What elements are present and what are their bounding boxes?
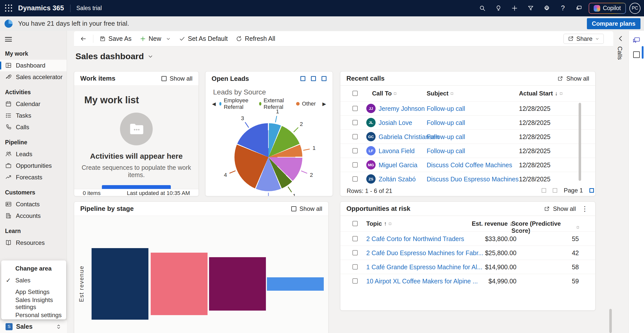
call-to-link[interactable]: Lavona Field	[379, 147, 415, 155]
chart-view-toggle-icon[interactable]	[321, 76, 327, 81]
subject-link[interactable]: Follow-up call	[427, 133, 465, 141]
next-page-icon[interactable]	[589, 188, 594, 193]
call-to-link[interactable]: Zoltán Szabó	[379, 176, 416, 183]
row-checkbox[interactable]	[352, 236, 358, 241]
sidebar-item-sales-accelerator[interactable]: Sales accelerator	[0, 71, 67, 83]
refresh-all-button[interactable]: Refresh All	[232, 33, 279, 44]
call-row[interactable]: JLJosiah LoveFollow-up call12/28/2025	[340, 115, 595, 129]
opportunity-row[interactable]: 2 Café Duo Espresso Machines for Fabr...…	[340, 246, 595, 260]
user-avatar[interactable]: PC	[629, 3, 640, 14]
sidebar-item-resources[interactable]: Resources	[0, 237, 67, 249]
pipeline-chart[interactable]: Est revenue Pipeline Phase	[74, 216, 328, 333]
row-checkbox[interactable]	[352, 148, 358, 153]
subject-link[interactable]: Discuss Cold Coffee Machines	[427, 161, 512, 169]
back-button[interactable]	[74, 33, 91, 44]
copilot-button[interactable]: Copilot	[589, 3, 626, 14]
call-row[interactable]: ZSZoltán SzabóDiscuss Duo Espresso Machi…	[340, 172, 595, 186]
main-scrollbar[interactable]	[609, 309, 612, 333]
recent-calls-show-all[interactable]: Show all	[557, 75, 589, 82]
dashboard-selector[interactable]: Sales dashboard	[75, 51, 153, 61]
subject-link[interactable]: Follow-up call	[427, 119, 465, 126]
set-as-default-button[interactable]: Set As Default	[175, 33, 232, 44]
pipeline-show-all[interactable]: Show all	[291, 205, 322, 212]
call-row[interactable]: MGMiguel GarciaDiscuss Cold Coffee Machi…	[340, 158, 595, 172]
leads-pie-chart[interactable]: 12121243	[206, 107, 333, 195]
search-icon[interactable]	[476, 2, 489, 15]
column-header-call-to[interactable]: Call To	[372, 90, 396, 97]
share-button[interactable]: Share	[564, 34, 604, 44]
save-as-button[interactable]: Save As	[95, 33, 136, 44]
sidebar-item-opportunities[interactable]: Opportunities	[0, 160, 67, 172]
prev-page-icon[interactable]	[553, 188, 557, 193]
chart-view-toggle-icon[interactable]	[300, 76, 305, 81]
sidebar-item-calls[interactable]: Calls	[0, 121, 67, 133]
topic-link[interactable]: 10 Airpot XL Coffee Makers for Alpine ..…	[366, 278, 478, 285]
expand-pane-chevron-icon[interactable]	[617, 35, 624, 42]
quick-create-plus-icon[interactable]	[508, 2, 521, 15]
feedback-chat-icon[interactable]	[573, 2, 585, 15]
lightbulb-icon[interactable]	[492, 2, 505, 15]
row-checkbox[interactable]	[352, 176, 358, 182]
change-area-option-personal-settings[interactable]: Personal settings	[1, 309, 66, 321]
filter-icon[interactable]	[524, 2, 537, 15]
row-checkbox[interactable]	[352, 162, 358, 168]
legend-next-icon[interactable]: ▶	[322, 101, 326, 107]
row-checkbox[interactable]	[352, 106, 358, 111]
subject-link[interactable]: Discuss Duo Espresso Machines	[427, 176, 518, 183]
row-checkbox[interactable]	[352, 134, 358, 139]
work-items-show-all[interactable]: Show all	[162, 75, 192, 82]
sidebar-item-accounts[interactable]: Accounts	[0, 210, 67, 222]
column-header-actual-start[interactable]: Actual Start↓	[519, 90, 562, 97]
row-checkbox[interactable]	[352, 250, 358, 255]
sidebar-item-leads[interactable]: Leads	[0, 148, 67, 160]
rail-scrollbar[interactable]	[642, 46, 643, 59]
legend-prev-icon[interactable]: ◀	[212, 101, 216, 107]
pipeline-bar[interactable]	[151, 253, 208, 315]
call-to-link[interactable]: Josiah Love	[379, 119, 412, 126]
hamburger-menu-icon[interactable]	[0, 31, 67, 44]
chart-view-toggle-icon[interactable]	[311, 76, 316, 81]
compare-plans-button[interactable]: Compare plans	[587, 18, 640, 29]
topic-link[interactable]: 2 Café Duo Espresso Machines for Fabr...	[366, 249, 484, 257]
call-row[interactable]: JJJeremy JohnsonFollow-up call12/28/2025	[340, 101, 595, 115]
sidebar-item-dashboard[interactable]: Dashboard	[0, 60, 67, 71]
change-area-option-sales-insights-settings[interactable]: Sales Insights settings	[1, 298, 66, 309]
subject-link[interactable]: Follow-up call	[427, 147, 465, 155]
subject-link[interactable]: Follow-up call	[427, 105, 465, 112]
opportunity-row[interactable]: 2 Café Corto for Northwind Traders$33,80…	[340, 231, 595, 246]
call-row[interactable]: GCGabriela ChristiansenFollow-up call12/…	[340, 129, 595, 144]
select-all-checkbox[interactable]	[352, 221, 358, 226]
column-header-subject[interactable]: Subject	[427, 90, 453, 97]
call-to-link[interactable]: Jeremy Johnson	[379, 105, 425, 112]
more-options-kebab-icon[interactable]: ⋮	[580, 205, 589, 213]
row-checkbox[interactable]	[352, 264, 358, 270]
calls-pane-tab[interactable]: Calls	[616, 46, 623, 60]
call-row[interactable]: LFLavona FieldFollow-up call12/28/2025	[340, 144, 595, 158]
opportunities-show-all[interactable]: Show all	[544, 205, 576, 212]
teams-chat-icon[interactable]	[632, 36, 641, 45]
opportunity-row[interactable]: 10 Airpot XL Coffee Makers for Alpine ..…	[340, 274, 595, 288]
change-area-option-app-settings[interactable]: App Settings	[1, 286, 66, 298]
row-checkbox[interactable]	[352, 278, 358, 284]
change-area-option-sales[interactable]: ✓ Sales	[1, 275, 66, 286]
pipeline-bar[interactable]	[209, 257, 266, 311]
first-page-icon[interactable]	[542, 188, 546, 193]
pipeline-bar[interactable]	[267, 277, 324, 291]
sidebar-item-contacts[interactable]: Contacts	[0, 198, 67, 210]
sidebar-item-forecasts[interactable]: Forecasts	[0, 172, 67, 183]
help-icon[interactable]: ?	[556, 2, 569, 15]
table-scrollbar[interactable]	[579, 103, 581, 181]
select-all-checkbox[interactable]	[352, 91, 358, 96]
column-header-topic[interactable]: Topic↑	[366, 220, 391, 227]
area-switcher[interactable]: S Sales	[0, 320, 67, 333]
sidebar-item-tasks[interactable]: Tasks	[0, 110, 67, 121]
widget-square-icon[interactable]	[633, 51, 640, 58]
settings-gear-icon[interactable]	[540, 2, 553, 15]
sidebar-item-calendar[interactable]: Calendar	[0, 98, 67, 110]
opportunity-row[interactable]: 1 Café Grande Espresso Machine for Al...…	[340, 260, 595, 274]
pipeline-bar[interactable]	[92, 248, 148, 320]
row-checkbox[interactable]	[352, 120, 358, 125]
topic-link[interactable]: 1 Café Grande Espresso Machine for Al...	[366, 263, 482, 271]
column-header-est-revenue[interactable]: Est. revenue↓	[471, 220, 517, 227]
topic-link[interactable]: 2 Café Corto for Northwind Traders	[366, 235, 464, 243]
